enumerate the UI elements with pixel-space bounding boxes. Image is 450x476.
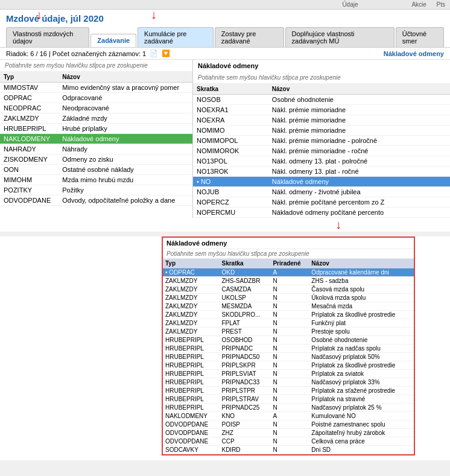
right-table-row[interactable]: NOPERCZNákl. prémie počítané percentom z… xyxy=(193,197,450,208)
popup-table-row[interactable]: HRUBEPRIPLPRIPNADC33NNadčasový príplatok… xyxy=(163,378,414,387)
popup-cell-typ: HRUBEPRIPL xyxy=(163,361,219,370)
popup-cell-nazov: Osobné ohodnotenie xyxy=(309,336,414,344)
popup-container: Nákladové odmeny Potiahnite sem myšou hl… xyxy=(0,236,450,460)
popup-cell-priradene: N xyxy=(270,328,309,336)
popup-table-row[interactable]: HRUBEPRIPLPRIPLSTRAVNPríplatok na stravn… xyxy=(163,395,414,404)
popup-table-row[interactable]: ZAKLMZDYPRESTNPrestoje spolu xyxy=(163,328,414,336)
popup-table-row[interactable]: ZAKLMZDYZHS-SADZBRNZHS - sadzba xyxy=(163,277,414,285)
right-table-row[interactable]: NOJUBNákl. odmeny - životné jubilea xyxy=(193,187,450,197)
popup-table-row[interactable]: ZAKLMZDYFPLATNFunkčný plat xyxy=(163,319,414,328)
left-col-nazov: Názov xyxy=(59,72,192,83)
popup-cell-skratka: PRIPLSTRAV xyxy=(219,395,270,404)
tab-zadavanie[interactable]: Zadávanie xyxy=(90,34,136,47)
tab-uctovne[interactable]: Účtovné smer xyxy=(396,27,444,47)
left-table-row[interactable]: MIMOSTAVMimo evidenčný stav a pracovný p… xyxy=(0,83,192,93)
popup-cell-priradene: N xyxy=(270,378,309,387)
left-table-row[interactable]: HRUBEPRIPLHrubé príplatky xyxy=(0,124,192,134)
popup-table-row[interactable]: HRUBEPRIPLPRIPNADCNPríplatok za nadčas s… xyxy=(163,344,414,353)
popup-table-row[interactable]: ODVODPDANEZHZNZápoítateľný hrubý zárobok xyxy=(163,429,414,437)
popup-table-row[interactable]: HRUBEPRIPLPRIPLSVIATNPríplatok za sviato… xyxy=(163,370,414,378)
popup-col-typ: Typ xyxy=(163,259,219,268)
popup-cell-nazov: Časová mzda spolu xyxy=(309,285,414,294)
popup-cell-priradene: N xyxy=(270,302,309,311)
arrow-down: ↓ xyxy=(335,218,341,232)
popup-table-row[interactable]: HRUBEPRIPLPRIPNADC25NNadčasový príplatok… xyxy=(163,404,414,412)
tab-doplnujuce[interactable]: Doplňujúce vlastnosti zadávaných MÚ xyxy=(285,27,395,47)
left-table-row[interactable]: MIMOHMMzda mimo hrubú mzdu xyxy=(0,175,192,185)
tab-vlastnosti[interactable]: Vlastnosti mzdových údajov xyxy=(6,27,89,47)
popup-cell-skratka: UKOLSP xyxy=(219,294,270,302)
page-title: Mzdové údaje, júl 2020 xyxy=(6,13,104,24)
right-table-row[interactable]: NOMIMONákl. prémie mimoriadne xyxy=(193,125,450,136)
right-table-row[interactable]: NOEXRANákl. prémie mimoriadne xyxy=(193,115,450,125)
popup-cell-nazov: Príplatok za sťažené prostredie xyxy=(309,387,414,395)
right-cell-nazov: Nákl. odmeny 13. plat - ročné xyxy=(268,167,450,177)
popup-cell-skratka: PRIPLSKPR xyxy=(219,361,270,370)
popup-cell-skratka: FPLAT xyxy=(219,319,270,328)
popup-table-row[interactable]: SODCAVKYKDIRDNDni SD xyxy=(163,446,414,454)
popup-table-row[interactable]: ZAKLMZDYMESMZDANMesačná mzda xyxy=(163,302,414,311)
left-cell-nazov: Ostatné osobné náklady xyxy=(59,165,192,175)
left-table-row[interactable]: NAHRADYNáhrady xyxy=(0,144,192,154)
right-table-row[interactable]: NOSOBOsobné ohodnotenie xyxy=(193,95,450,105)
popup-cell-typ: HRUBEPRIPL xyxy=(163,404,219,412)
popup-cell-priradene: N xyxy=(270,277,309,285)
row-info: Riadok: 6 / 16 | Počet označených záznam… xyxy=(6,50,146,57)
left-cell-nazov: Neodpracované xyxy=(59,103,192,113)
popup-cell-priradene: N xyxy=(270,395,309,404)
doc-icon[interactable]: 📄 xyxy=(150,49,158,57)
popup-table-row[interactable]: HRUBEPRIPLPRIPLSTPRNPríplatok za sťažené… xyxy=(163,387,414,395)
tab-kumulacie[interactable]: Kumulácie pre zadávané xyxy=(138,27,214,47)
popup-table-row[interactable]: • ODPRACOKDAOdpracované kalendárne dni xyxy=(163,268,414,277)
popup-cell-priradene: N xyxy=(270,370,309,378)
popup-table-row[interactable]: ZAKLMZDYCASMZDANČasová mzda spolu xyxy=(163,285,414,294)
popup-table-row[interactable]: NAKLODMENYKNOAKumulované NO xyxy=(163,412,414,420)
left-table-row[interactable]: ZAKLMZDYZákladné mzdy xyxy=(0,113,192,124)
left-cell-nazov: Mimo evidenčný stav a pracovný pomer xyxy=(59,83,192,93)
popup-cell-priradene: N xyxy=(270,336,309,344)
popup-cell-priradene: N xyxy=(270,285,309,294)
right-table-row[interactable]: NOMIMOPOLNákl. prémie mimoriadne - polro… xyxy=(193,136,450,146)
popup-table-row[interactable]: HRUBEPRIPLPRIPNADC50NNadčasový príplatok… xyxy=(163,353,414,361)
right-table-row[interactable]: NOMIMOROKNákl. prémie mimoriadne - ročné xyxy=(193,146,450,156)
popup-cell-priradene: N xyxy=(270,361,309,370)
filter-icon[interactable]: 🔽 xyxy=(162,49,170,57)
arrow-2: ↓ xyxy=(151,8,157,22)
left-table-row[interactable]: ODVODPDANEOdvody, odpočítateľné položky … xyxy=(0,195,192,206)
right-table-row[interactable]: NOEXRA1Nákl. prémie mimoriadne xyxy=(193,105,450,115)
right-cell-nazov: Nákladové odmeny xyxy=(268,177,450,187)
popup-cell-typ: ZAKLMZDY xyxy=(163,294,219,302)
right-cell-skratka: NOPERCMU xyxy=(193,208,268,218)
left-table-row[interactable]: NAKLODMENYNákladové odmeny xyxy=(0,134,192,144)
right-table-row[interactable]: NOPERCMUNákladové odmeny počítané percen… xyxy=(193,208,450,218)
popup-table-row[interactable]: HRUBEPRIPLOSOBHODNOsobné ohodnotenie xyxy=(163,336,414,344)
left-table-row[interactable]: ODPRACOdpracované xyxy=(0,93,192,103)
popup-table-row[interactable]: ZAKLMZDYUKOLSPNÚkolová mzda spolu xyxy=(163,294,414,302)
left-table-row[interactable]: POZITKYPožitky xyxy=(0,185,192,195)
right-table-row[interactable]: • NONákladové odmeny xyxy=(193,177,450,187)
right-table-row[interactable]: NO13POLNákl. odmeny 13. plat - polročné xyxy=(193,156,450,167)
popup-table-row[interactable]: HRUBEPRIPLPRIPLSKPRNPríplatok za škodliv… xyxy=(163,361,414,370)
left-table-row[interactable]: OONOstatné osobné náklady xyxy=(0,165,192,175)
right-cell-nazov: Nákl. odmeny - životné jubilea xyxy=(268,187,450,197)
popup-table-row[interactable]: ODVODPDANEPOISPNPoistné zamestnanec spol… xyxy=(163,420,414,429)
popup-cell-skratka: MESMZDA xyxy=(219,302,270,311)
popup-cell-skratka: KNO xyxy=(219,412,270,420)
right-cell-skratka: NOPERCZ xyxy=(193,197,268,208)
left-table-row[interactable]: ZISKODMENYOdmeny zo zisku xyxy=(0,154,192,165)
popup-table-row[interactable]: ODVODPDANECCPNCelková cena práce xyxy=(163,437,414,446)
popup-cell-skratka: SKODLPRO... xyxy=(219,311,270,319)
left-cell-typ: ODPRAC xyxy=(0,93,59,103)
right-cell-skratka: NO13ROK xyxy=(193,167,268,177)
main-content: Potiahnite sem myšou hlavičku stĺpca pre… xyxy=(0,60,450,218)
popup-cell-nazov: Mesačná mzda xyxy=(309,302,414,311)
right-table-row[interactable]: NO13ROKNákl. odmeny 13. plat - ročné xyxy=(193,167,450,177)
popup-cell-nazov: Celková cena práce xyxy=(309,437,414,446)
left-table-row[interactable]: NEODPRACNeodpracované xyxy=(0,103,192,113)
popup-cell-nazov: Príplatok za škodlivé prostredie xyxy=(309,361,414,370)
popup-col-nazov: Názov xyxy=(309,259,414,268)
popup-cell-priradene: N xyxy=(270,437,309,446)
popup-cell-skratka: PRIPNADC xyxy=(219,344,270,353)
tab-zostavy[interactable]: Zostavy pre zadávané xyxy=(215,27,284,47)
popup-table-row[interactable]: ZAKLMZDYSKODLPRO...NPríplatok za škodliv… xyxy=(163,311,414,319)
